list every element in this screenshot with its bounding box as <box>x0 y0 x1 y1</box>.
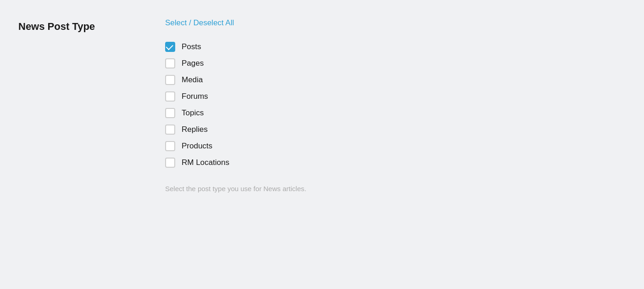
checkbox-label-replies: Replies <box>182 125 208 134</box>
custom-checkbox-rm-locations[interactable] <box>165 158 175 168</box>
custom-checkbox-posts[interactable] <box>165 42 175 52</box>
custom-checkbox-forums[interactable] <box>165 91 175 102</box>
checkbox-label-media: Media <box>182 75 203 85</box>
checkbox-label-products: Products <box>182 142 212 151</box>
checkbox-item-rm-locations[interactable]: RM Locations <box>165 154 306 171</box>
checkbox-item-media[interactable]: Media <box>165 72 306 88</box>
checkbox-item-forums[interactable]: Forums <box>165 88 306 105</box>
checkbox-label-topics: Topics <box>182 108 204 118</box>
page-container: News Post Type Select / Deselect All Pos… <box>0 0 644 289</box>
hint-text: Select the post type you use for News ar… <box>165 184 306 194</box>
custom-checkbox-products[interactable] <box>165 141 175 151</box>
controls-column: Select / Deselect All PostsPagesMediaFor… <box>165 18 306 194</box>
checkbox-item-topics[interactable]: Topics <box>165 105 306 121</box>
checkbox-item-products[interactable]: Products <box>165 138 306 154</box>
checkbox-label-forums: Forums <box>182 92 208 101</box>
section-title: News Post Type <box>18 20 165 34</box>
custom-checkbox-replies[interactable] <box>165 125 175 135</box>
checkbox-item-pages[interactable]: Pages <box>165 55 306 72</box>
select-deselect-all-link[interactable]: Select / Deselect All <box>165 18 306 28</box>
checkbox-label-posts: Posts <box>182 42 201 51</box>
checkbox-label-rm-locations: RM Locations <box>182 158 229 167</box>
checkbox-list: PostsPagesMediaForumsTopicsRepliesProduc… <box>165 39 306 171</box>
checkbox-item-replies[interactable]: Replies <box>165 121 306 138</box>
checkbox-label-pages: Pages <box>182 59 204 68</box>
label-column: News Post Type <box>18 18 165 34</box>
custom-checkbox-pages[interactable] <box>165 58 175 68</box>
custom-checkbox-topics[interactable] <box>165 108 175 118</box>
checkbox-item-posts[interactable]: Posts <box>165 39 306 55</box>
custom-checkbox-media[interactable] <box>165 75 175 85</box>
